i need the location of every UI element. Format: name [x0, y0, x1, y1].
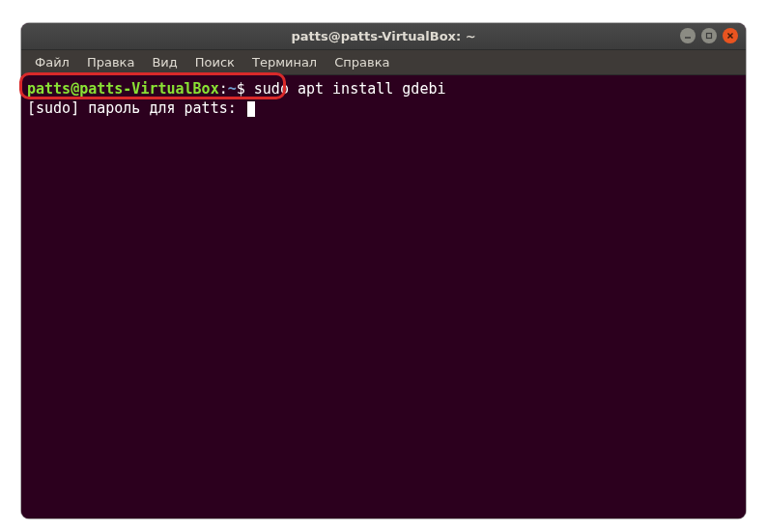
window-controls: [680, 28, 738, 43]
menubar: Файл Правка Вид Поиск Терминал Справка: [21, 50, 746, 75]
window-title: patts@patts-VirtualBox: ~: [291, 29, 475, 43]
close-button[interactable]: [723, 28, 738, 43]
menu-view[interactable]: Вид: [144, 52, 185, 72]
minimize-icon: [684, 32, 692, 40]
svg-rect-1: [707, 34, 712, 39]
maximize-icon: [705, 32, 713, 40]
prompt-symbol: $: [237, 80, 245, 98]
minimize-button[interactable]: [680, 28, 696, 43]
prompt-userhost: patts@patts-VirtualBox: [27, 80, 219, 98]
terminal-window: patts@patts-VirtualBox: ~ Файл Правка Ви…: [21, 23, 746, 518]
maximize-button[interactable]: [701, 28, 717, 43]
terminal-line-1: patts@patts-VirtualBox:~$ sudo apt insta…: [27, 79, 740, 98]
terminal-body[interactable]: patts@patts-VirtualBox:~$ sudo apt insta…: [21, 75, 746, 518]
menu-terminal[interactable]: Терминал: [244, 52, 325, 72]
titlebar[interactable]: patts@patts-VirtualBox: ~: [21, 23, 746, 50]
menu-edit[interactable]: Правка: [79, 52, 142, 72]
prompt-path: ~: [228, 80, 237, 98]
prompt-colon: :: [219, 80, 228, 98]
menu-help[interactable]: Справка: [327, 52, 397, 72]
menu-search[interactable]: Поиск: [187, 52, 242, 72]
close-icon: [726, 32, 734, 40]
terminal-line-2: [sudo] пароль для patts:: [27, 98, 740, 118]
cursor-icon: [247, 101, 255, 117]
sudo-prompt: [sudo] пароль для patts:: [27, 99, 245, 117]
menu-file[interactable]: Файл: [27, 52, 77, 72]
command-text: sudo apt install gdebi: [254, 80, 446, 98]
